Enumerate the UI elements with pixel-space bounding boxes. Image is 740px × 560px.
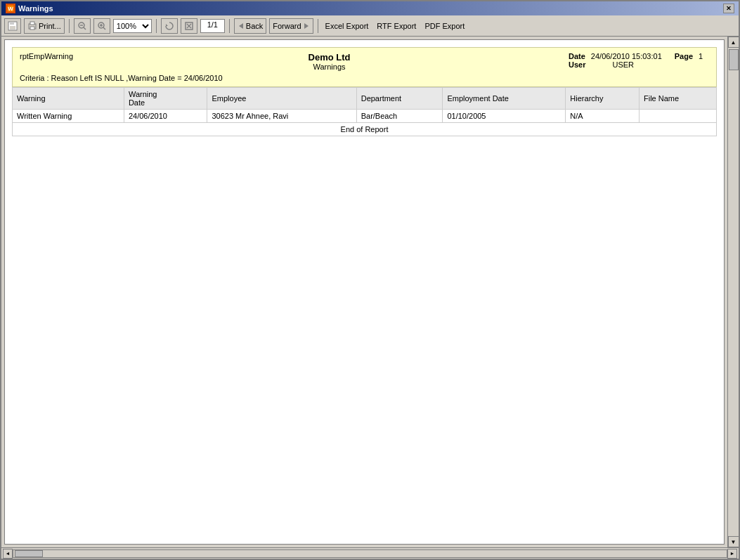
separator-3 xyxy=(229,19,230,33)
criteria-row: Criteria : Reason Left IS NULL ,Warning … xyxy=(20,74,709,82)
user-label: User xyxy=(569,60,585,69)
report-container: rptEmpWarning Demo Ltd Warnings Date 24/… xyxy=(5,40,724,143)
scroll-thumb[interactable] xyxy=(729,49,739,70)
svg-rect-6 xyxy=(30,22,34,25)
col-file-name: File Name xyxy=(639,88,716,110)
window-icon: W xyxy=(6,4,15,13)
end-of-report-cell: End of Report xyxy=(13,123,717,136)
table-header-row: Warning WarningDate Employee Department … xyxy=(13,88,717,110)
pdf-export-button[interactable]: PDF Export xyxy=(422,21,467,31)
col-warning-date: WarningDate xyxy=(124,88,207,110)
report-panel: rptEmpWarning Demo Ltd Warnings Date 24/… xyxy=(4,39,725,545)
excel-export-button[interactable]: Excel Export xyxy=(323,21,372,31)
col-employee: Employee xyxy=(207,88,356,110)
report-meta-right: Date 24/06/2010 15:03:01 Page 1 User USE… xyxy=(569,52,709,69)
scroll-right-button[interactable]: ► xyxy=(727,549,737,559)
cell-5: N/A xyxy=(566,110,640,123)
cell-0: Written Warning xyxy=(13,110,124,123)
refresh-icon xyxy=(164,21,174,31)
report-id: rptEmpWarning xyxy=(20,52,90,60)
svg-rect-3 xyxy=(10,22,14,25)
report-table: Warning WarningDate Employee Department … xyxy=(12,87,717,136)
cell-6 xyxy=(639,110,716,123)
print-label: Print... xyxy=(39,22,61,30)
cell-2: 30623 Mr Ahnee, Ravi xyxy=(207,110,356,123)
zoom-in-button[interactable] xyxy=(93,18,110,34)
toolbar: Print... 100% 50% 75% 125% xyxy=(1,15,739,37)
company-name: Demo Ltd xyxy=(90,52,569,63)
date-value: 24/06/2010 15:03:01 xyxy=(591,52,662,60)
col-warning: Warning xyxy=(13,88,124,110)
report-header-top: rptEmpWarning Demo Ltd Warnings Date 24/… xyxy=(20,52,709,71)
svg-marker-15 xyxy=(166,24,168,26)
back-arrow-icon xyxy=(238,22,245,30)
vertical-scrollbar[interactable]: ▲ ▼ xyxy=(727,37,739,547)
main-window: W Warnings ✕ Print... xyxy=(0,0,740,560)
report-name: Warnings xyxy=(90,63,569,71)
zoom-out-button[interactable] xyxy=(74,18,91,34)
bottom-bar: ◄ ► xyxy=(1,547,739,559)
separator-2 xyxy=(156,19,157,33)
page-label: Page xyxy=(675,52,693,60)
horizontal-scroll-thumb[interactable] xyxy=(15,550,43,557)
date-row: Date 24/06/2010 15:03:01 Page 1 xyxy=(569,52,709,60)
scroll-left-button[interactable]: ◄ xyxy=(3,549,13,559)
user-value: USER xyxy=(612,60,634,69)
report-title-area: Demo Ltd Warnings xyxy=(90,52,569,71)
svg-text:W: W xyxy=(8,6,13,12)
user-row: User USER xyxy=(569,60,709,69)
scroll-up-button[interactable]: ▲ xyxy=(728,37,739,48)
svg-rect-4 xyxy=(10,26,15,30)
rtf-export-button[interactable]: RTF Export xyxy=(374,21,419,31)
col-employment-date: Employment Date xyxy=(443,88,566,110)
col-department: Department xyxy=(356,88,443,110)
cell-4: 01/10/2005 xyxy=(443,110,566,123)
forward-label: Forward xyxy=(273,22,301,30)
svg-line-14 xyxy=(103,27,105,30)
end-of-report-row: End of Report xyxy=(13,123,717,136)
print-icon xyxy=(27,21,37,31)
title-bar: W Warnings ✕ xyxy=(1,1,739,15)
content-area: rptEmpWarning Demo Ltd Warnings Date 24/… xyxy=(1,37,739,547)
stop-icon xyxy=(184,21,194,31)
svg-line-10 xyxy=(84,27,86,30)
svg-rect-7 xyxy=(30,27,34,30)
separator-4 xyxy=(318,19,318,33)
cell-3: Bar/Beach xyxy=(356,110,443,123)
horizontal-scroll-track[interactable] xyxy=(13,549,727,558)
report-header: rptEmpWarning Demo Ltd Warnings Date 24/… xyxy=(12,47,717,87)
table-row: Written Warning24/06/201030623 Mr Ahnee,… xyxy=(13,110,717,123)
print-button[interactable]: Print... xyxy=(24,18,65,34)
stop-button[interactable] xyxy=(181,18,197,34)
page-number: 1/1 xyxy=(200,19,225,33)
refresh-button[interactable] xyxy=(161,18,178,34)
zoom-out-icon xyxy=(77,21,87,31)
back-button[interactable]: Back xyxy=(234,18,266,34)
back-label: Back xyxy=(246,22,263,30)
svg-marker-19 xyxy=(239,23,243,29)
zoom-select[interactable]: 100% 50% 75% 125% 150% xyxy=(113,19,152,33)
date-label: Date xyxy=(569,52,585,60)
scroll-down-button[interactable]: ▼ xyxy=(728,536,739,547)
zoom-in-icon xyxy=(97,21,107,31)
title-bar-left: W Warnings xyxy=(6,4,53,13)
rpt-id-text: rptEmpWarning xyxy=(20,52,73,60)
save-button[interactable] xyxy=(4,18,21,34)
save-icon xyxy=(8,21,18,31)
cell-1: 24/06/2010 xyxy=(124,110,207,123)
forward-arrow-icon xyxy=(303,22,310,30)
close-button[interactable]: ✕ xyxy=(723,4,734,13)
svg-marker-20 xyxy=(304,23,309,29)
separator-1 xyxy=(69,19,70,33)
col-hierarchy: Hierarchy xyxy=(566,88,640,110)
window-title: Warnings xyxy=(18,4,53,13)
page-value: 1 xyxy=(699,52,703,60)
forward-button[interactable]: Forward xyxy=(269,18,313,34)
